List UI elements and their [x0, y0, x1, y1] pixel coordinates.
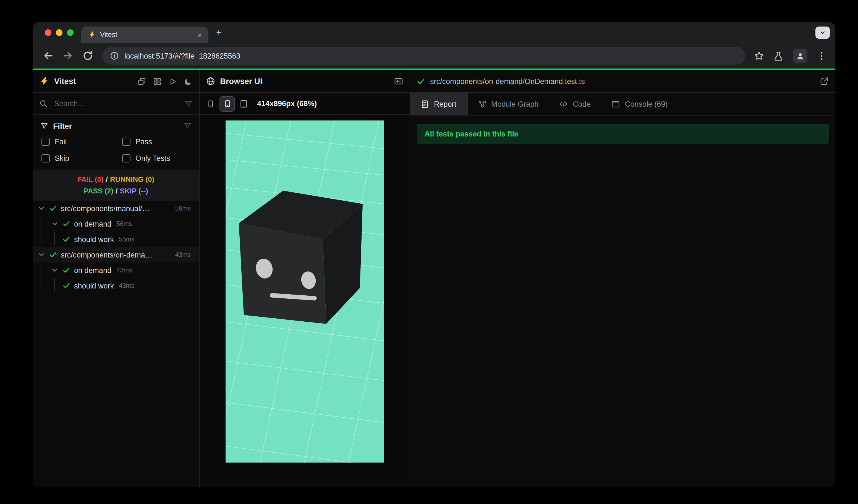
report-doc-icon — [421, 100, 429, 108]
test-duration: 56ms — [175, 205, 199, 212]
checkbox-only-tests-label: Only Tests — [136, 154, 170, 162]
external-link-icon[interactable] — [820, 77, 829, 86]
app-title: Vitest — [54, 77, 133, 86]
experiments-flask-icon[interactable] — [774, 51, 783, 61]
browser-window: Vitest × + localhost — [33, 22, 835, 487]
checkbox-skip-label: Skip — [55, 154, 69, 162]
tab-code[interactable]: Code — [549, 93, 601, 115]
clear-filter-icon[interactable] — [184, 122, 191, 130]
vitest-logo-icon — [39, 76, 49, 86]
browser-preview-panel: Browser UI 414x896px (68%) — [200, 70, 410, 487]
preview-title: Browser UI — [220, 77, 389, 86]
tab-console[interactable]: Console (69) — [601, 93, 678, 115]
report-header: src/components/on-demand/OnDemand.test.t… — [410, 70, 835, 93]
tab-report-label: Report — [434, 100, 456, 108]
url-text[interactable]: localhost:5173/#/?file=1828625563 — [124, 52, 240, 60]
test-case-row[interactable]: should work 55ms — [33, 231, 199, 247]
tab-title: Vitest — [100, 31, 192, 39]
search-row — [33, 93, 199, 115]
device-mobile-small-icon[interactable] — [206, 99, 215, 108]
filter-checkbox-pass[interactable]: Pass — [122, 137, 191, 146]
test-file-row[interactable]: src/components/manual/… 56ms — [33, 200, 199, 216]
tab-close-icon[interactable]: × — [196, 31, 203, 39]
check-pass-icon — [417, 77, 425, 85]
bookmark-star-icon[interactable] — [754, 51, 764, 61]
checkbox-only-tests-box[interactable] — [122, 154, 130, 162]
viewport-area — [200, 115, 410, 487]
browser-tab[interactable]: Vitest × — [81, 27, 208, 43]
tests-passed-banner: All tests passed in this file — [417, 124, 829, 144]
collapse-all-icon[interactable] — [138, 77, 146, 85]
test-suite-row[interactable]: on demand 43ms — [33, 262, 199, 278]
test-suite-label: on demand — [74, 266, 111, 274]
device-tablet-icon[interactable] — [239, 99, 248, 108]
summary-pass-count: PASS (2) — [83, 187, 113, 195]
test-case-label: should work — [74, 235, 114, 243]
test-duration: 43ms — [116, 267, 132, 274]
profile-avatar[interactable] — [793, 49, 807, 63]
tab-report[interactable]: Report — [410, 93, 467, 115]
forward-button[interactable] — [62, 50, 74, 61]
run-all-icon[interactable] — [169, 77, 177, 85]
back-button[interactable] — [43, 50, 54, 61]
dashboard-icon[interactable] — [153, 77, 161, 85]
chevron-down-icon[interactable] — [37, 205, 45, 212]
console-window-icon — [612, 100, 620, 108]
search-icon — [39, 99, 48, 108]
test-suite-row[interactable]: on demand 56ms — [33, 216, 199, 231]
panel-toggle-icon[interactable] — [394, 77, 403, 86]
check-pass-icon — [62, 235, 70, 243]
filter-checkbox-only-tests[interactable]: Only Tests — [122, 154, 191, 162]
sidebar-header: Vitest — [33, 70, 199, 93]
summary-separator: / — [104, 175, 110, 183]
tab-module-graph[interactable]: Module Graph — [467, 93, 549, 115]
device-mobile-active[interactable] — [220, 96, 235, 111]
robot-cube — [239, 191, 362, 324]
device-toolbar: 414x896px (68%) — [200, 93, 410, 115]
tab-module-graph-label: Module Graph — [491, 100, 538, 108]
report-panel: src/components/on-demand/OnDemand.test.t… — [410, 70, 835, 487]
tab-search-button[interactable] — [815, 27, 830, 39]
browser-toolbar: localhost:5173/#/?file=1828625563 — [33, 43, 835, 68]
checkbox-skip-box[interactable] — [42, 154, 50, 162]
open-file-path: src/components/on-demand/OnDemand.test.t… — [430, 77, 815, 85]
filter-title: Filter — [53, 121, 72, 130]
test-tree: src/components/manual/… 56ms on demand 5… — [33, 200, 199, 487]
filter-checkbox-skip[interactable]: Skip — [42, 154, 122, 162]
checkbox-fail-label: Fail — [55, 137, 67, 146]
preview-header: Browser UI — [200, 70, 410, 93]
test-file-row-selected[interactable]: src/components/on-dema… 43ms — [33, 247, 199, 262]
close-window-button[interactable] — [45, 29, 51, 36]
checkbox-fail-box[interactable] — [42, 137, 50, 146]
chevron-down-icon[interactable] — [51, 266, 59, 274]
test-case-row[interactable]: should work 43ms — [33, 278, 199, 293]
search-input[interactable] — [53, 99, 179, 108]
dark-mode-toggle-icon[interactable] — [184, 77, 192, 85]
tested-app-viewport[interactable] — [225, 120, 384, 462]
chevron-down-icon[interactable] — [37, 251, 45, 259]
sidebar: Vitest — [33, 70, 200, 487]
summary-fail-count: FAIL (0) — [77, 175, 104, 183]
test-children: should work 43ms — [33, 278, 199, 293]
zoom-window-button[interactable] — [67, 29, 74, 36]
tests-passed-message: All tests passed in this file — [425, 130, 518, 138]
chevron-down-icon[interactable] — [51, 220, 59, 228]
viewport-resolution: 414x896px (68%) — [257, 99, 317, 108]
new-tab-button[interactable]: + — [216, 28, 221, 37]
checkbox-pass-box[interactable] — [122, 137, 130, 146]
test-children: on demand 56ms should work 55ms — [33, 216, 199, 247]
address-bar[interactable]: localhost:5173/#/?file=1828625563 — [102, 47, 745, 65]
test-file-label: src/components/manual/… — [61, 204, 149, 212]
filter-checkbox-fail[interactable]: Fail — [42, 137, 122, 146]
reload-button[interactable] — [82, 50, 93, 61]
screen: Vitest × + localhost — [0, 0, 858, 504]
summary-separator: / — [113, 187, 120, 195]
test-case-label: should work — [74, 281, 114, 290]
overflow-menu-icon[interactable] — [816, 51, 826, 61]
minimize-window-button[interactable] — [56, 29, 62, 36]
search-filter-funnel-icon[interactable] — [185, 100, 192, 108]
test-summary: FAIL (0)/RUNNING (0) PASS (2)/SKIP (--) — [33, 170, 199, 200]
test-suite-label: on demand — [74, 220, 111, 228]
test-file-group: src/components/manual/… 56ms on demand 5… — [33, 200, 199, 247]
site-info-icon[interactable] — [110, 51, 119, 60]
